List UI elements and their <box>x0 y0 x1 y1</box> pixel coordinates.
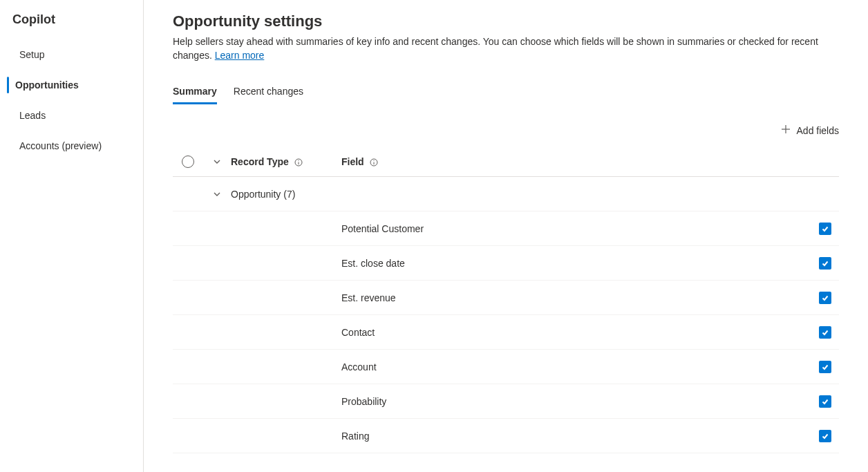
table-row[interactable]: Account <box>173 350 839 384</box>
row-checkbox[interactable] <box>819 326 831 339</box>
sidebar-item-leads[interactable]: Leads <box>0 100 143 131</box>
column-record-type[interactable]: Record Type <box>231 156 341 167</box>
table-row[interactable]: Est. revenue <box>173 281 839 315</box>
row-checkbox[interactable] <box>819 292 831 304</box>
sidebar-item-setup[interactable]: Setup <box>0 39 143 70</box>
row-checkbox[interactable] <box>819 395 831 408</box>
chevron-down-icon <box>213 190 221 198</box>
group-row[interactable]: Opportunity (7) <box>173 177 839 211</box>
field-name: Potential Customer <box>341 223 811 234</box>
column-label: Field <box>341 156 364 167</box>
group-expand[interactable] <box>203 190 231 198</box>
tab-recent-changes[interactable]: Recent changes <box>234 82 303 104</box>
sidebar-item-label: Leads <box>19 110 46 121</box>
table-row[interactable]: Potential Customer <box>173 211 839 246</box>
field-name: Probability <box>341 396 811 407</box>
field-name: Contact <box>341 327 811 338</box>
sidebar: Copilot Setup Opportunities Leads Accoun… <box>0 0 144 472</box>
checkmark-icon <box>821 363 829 371</box>
row-checkbox[interactable] <box>819 361 831 373</box>
table-row[interactable]: Contact <box>173 315 839 350</box>
plus-icon <box>780 124 791 137</box>
info-icon[interactable] <box>294 158 303 167</box>
radio-icon <box>182 155 194 168</box>
column-label: Record Type <box>231 156 289 167</box>
row-checkbox[interactable] <box>819 430 831 442</box>
checkmark-icon <box>821 328 829 337</box>
learn-more-link[interactable]: Learn more <box>215 50 265 61</box>
header-expand[interactable] <box>203 158 231 166</box>
page-description: Help sellers stay ahead with summaries o… <box>173 35 839 62</box>
sidebar-item-opportunities[interactable]: Opportunities <box>0 70 143 100</box>
sidebar-item-accounts[interactable]: Accounts (preview) <box>0 131 143 161</box>
svg-point-4 <box>298 160 299 160</box>
svg-point-7 <box>373 160 374 160</box>
table-row[interactable]: Rating <box>173 419 839 453</box>
sidebar-title: Copilot <box>0 12 143 39</box>
table-header: Record Type Field <box>173 147 839 177</box>
table-row[interactable]: Probability <box>173 384 839 419</box>
sidebar-item-label: Opportunities <box>15 79 79 91</box>
checkmark-icon <box>821 432 829 440</box>
tab-label: Summary <box>173 86 217 97</box>
checkmark-icon <box>821 225 829 233</box>
page-title: Opportunity settings <box>173 12 839 30</box>
field-name: Est. close date <box>341 258 811 269</box>
toolbar: Add fields <box>173 104 839 147</box>
checkmark-icon <box>821 397 829 406</box>
tabs: Summary Recent changes <box>173 82 839 104</box>
tab-summary[interactable]: Summary <box>173 82 217 104</box>
add-fields-button[interactable]: Add fields <box>780 124 839 137</box>
chevron-down-icon <box>213 158 221 166</box>
header-select-all[interactable] <box>173 155 203 168</box>
field-name: Account <box>341 361 811 372</box>
group-label: Opportunity (7) <box>231 189 341 200</box>
row-checkbox[interactable] <box>819 223 831 235</box>
page-description-text: Help sellers stay ahead with summaries o… <box>173 36 818 61</box>
field-name: Rating <box>341 431 811 442</box>
column-field[interactable]: Field <box>341 156 811 167</box>
field-name: Est. revenue <box>341 292 811 303</box>
sidebar-item-label: Accounts (preview) <box>19 140 102 151</box>
main-content: Opportunity settings Help sellers stay a… <box>144 0 868 472</box>
info-icon[interactable] <box>370 158 378 167</box>
table-row[interactable]: Est. close date <box>173 246 839 281</box>
fields-table: Record Type Field <box>173 147 839 453</box>
checkmark-icon <box>821 294 829 302</box>
checkmark-icon <box>821 259 829 267</box>
add-fields-label: Add fields <box>797 125 839 136</box>
tab-label: Recent changes <box>234 86 303 97</box>
row-checkbox[interactable] <box>819 257 831 270</box>
sidebar-item-label: Setup <box>19 49 45 60</box>
